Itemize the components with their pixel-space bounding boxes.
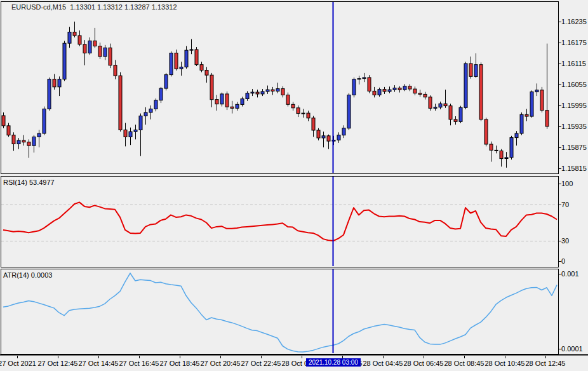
price-tick-label: 1.15875	[561, 144, 587, 151]
price-tick-label: 1.15815	[561, 165, 587, 172]
atr-tick-label: 0.0001	[561, 345, 583, 353]
rsi-tick-label: 30	[561, 237, 569, 245]
atr-indicator-label: ATR(14) 0.0003	[3, 271, 52, 279]
rsi-tick-label: 70	[561, 201, 569, 208]
price-tick-label: 1.16235	[561, 18, 587, 25]
time-tick-label: 27 Oct 2021	[0, 360, 36, 367]
price-tick-label: 1.15995	[561, 102, 587, 109]
price-tick-label: 1.16115	[561, 60, 586, 67]
rsi-tick-label: 100	[561, 180, 573, 187]
time-tick-label: 28 Oct 10:45	[485, 360, 525, 367]
price-tick-label: 1.16175	[561, 39, 587, 46]
price-panel-border	[1, 2, 559, 174]
time-tick-label: 28 Oct 08:45	[444, 360, 484, 367]
time-tick-label: 27 Oct 12:45	[38, 360, 78, 367]
time-tick-label: 27 Oct 14:45	[79, 360, 119, 367]
rsi-panel-border	[1, 177, 559, 267]
mt4-chart-window: 1.162351.161751.161151.160551.159951.159…	[0, 0, 588, 371]
rsi-line	[3, 202, 557, 241]
time-tick-label: 27 Oct 18:45	[160, 360, 200, 367]
chart-title: EURUSD-cd,M15 1.13301 1.13312 1.13287 1.…	[11, 3, 177, 11]
price-tick-label: 1.16055	[561, 81, 587, 88]
candlesticks	[2, 22, 549, 168]
rsi-tick-label: 0	[561, 257, 565, 265]
time-tick-label: 28 Oct 04:45	[363, 360, 403, 367]
crosshair-time-badge: 2021.10.28 03:00	[306, 358, 361, 367]
time-tick-label: 27 Oct 16:45	[119, 360, 159, 367]
chart-canvas[interactable]	[0, 0, 588, 371]
rsi-indicator-label: RSI(14) 53.4977	[3, 179, 55, 186]
price-tick-label: 1.15935	[561, 123, 587, 130]
time-tick-label: 27 Oct 20:45	[201, 360, 241, 367]
time-tick-label: 27 Oct 22:45	[241, 360, 281, 367]
atr-tick-label: 0.001	[561, 270, 579, 278]
time-tick-label: 28 Oct 06:45	[404, 360, 444, 367]
time-tick-label: 28 Oct 12:45	[526, 360, 566, 367]
atr-line	[3, 273, 557, 352]
